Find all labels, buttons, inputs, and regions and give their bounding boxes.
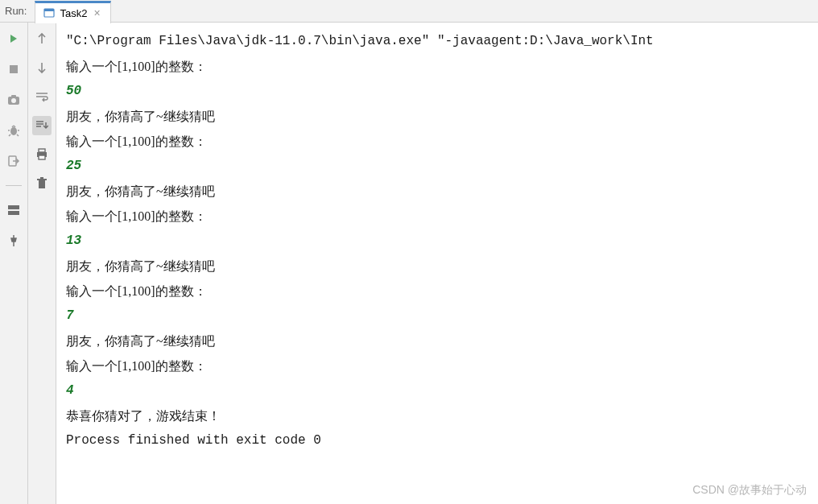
main-area: "C:\Program Files\Java\jdk-11.0.7\bin\ja… [0,23,818,504]
stop-button[interactable] [4,60,23,79]
watermark: CSDN @故事始于心动 [692,483,807,498]
svg-rect-13 [39,180,45,188]
svg-point-6 [10,127,17,135]
soft-wrap-icon[interactable] [32,87,52,106]
svg-rect-1 [44,9,54,11]
prompt-line: 输入一个[1,100]的整数： [66,279,818,304]
layout-icon[interactable] [4,200,23,220]
prompt-line: 输入一个[1,100]的整数： [66,54,818,79]
print-icon[interactable] [32,145,52,164]
down-arrow-icon[interactable] [32,58,52,77]
tab-task2[interactable]: Task2 × [35,1,110,23]
close-icon[interactable]: × [92,6,101,19]
up-arrow-icon[interactable] [32,29,52,48]
svg-rect-2 [10,65,18,73]
svg-rect-15 [40,177,43,179]
left-gutter-1 [0,23,28,504]
top-bar: Run: Task2 × [0,0,818,23]
camera-icon[interactable] [4,90,23,109]
user-input-line: 50 [66,79,818,104]
svg-rect-14 [37,179,47,180]
svg-rect-4 [11,95,16,97]
run-label: Run: [0,5,35,17]
command-line: "C:\Program Files\Java\jdk-11.0.7\bin\ja… [66,29,818,54]
console-output[interactable]: "C:\Program Files\Java\jdk-11.0.7\bin\ja… [56,23,818,504]
pin-icon[interactable] [4,231,23,250]
svg-rect-10 [39,149,45,152]
left-gutter-2 [28,23,56,504]
user-input-line: 4 [66,378,818,403]
feedback-line: 朋友，你猜高了~继续猜吧 [66,328,818,353]
trash-icon[interactable] [32,174,52,193]
svg-rect-12 [39,155,45,159]
separator [6,185,22,186]
feedback-line: 朋友，你猜高了~继续猜吧 [66,254,818,279]
feedback-line: 朋友，你猜高了~继续猜吧 [66,104,818,129]
user-input-line: 13 [66,229,818,254]
exit-icon[interactable] [4,151,23,171]
rerun-button[interactable] [4,29,23,48]
user-input-line: 7 [66,304,818,328]
svg-point-5 [11,98,16,103]
svg-rect-8 [8,205,19,209]
tab-label: Task2 [60,7,87,19]
prompt-line: 输入一个[1,100]的整数： [66,353,818,378]
svg-rect-9 [8,211,19,215]
exit-line: Process finished with exit code 0 [66,428,818,453]
debug-icon[interactable] [4,121,23,140]
feedback-line: 恭喜你猜对了，游戏结束！ [66,403,818,428]
run-config-icon [43,7,55,19]
prompt-line: 输入一个[1,100]的整数： [66,204,818,229]
scroll-to-end-icon[interactable] [32,116,52,135]
prompt-line: 输入一个[1,100]的整数： [66,129,818,154]
user-input-line: 25 [66,154,818,179]
feedback-line: 朋友，你猜高了~继续猜吧 [66,179,818,204]
